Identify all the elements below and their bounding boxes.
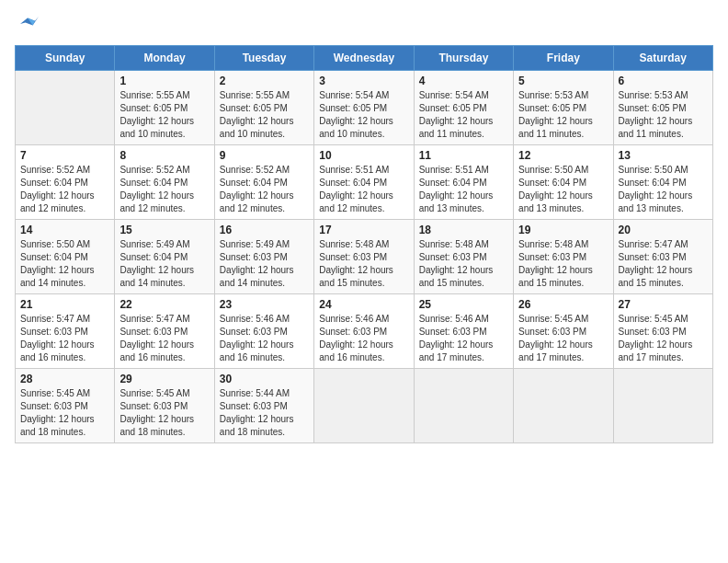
day-info: Sunrise: 5:52 AM Sunset: 6:04 PM Dayligh… (119, 164, 209, 215)
day-number: 26 (518, 298, 608, 311)
calendar-cell: 18Sunrise: 5:48 AM Sunset: 6:03 PM Dayli… (414, 219, 513, 293)
calendar-cell: 24Sunrise: 5:46 AM Sunset: 6:03 PM Dayli… (314, 293, 414, 368)
calendar-cell: 3Sunrise: 5:54 AM Sunset: 6:05 PM Daylig… (314, 70, 414, 144)
day-number: 25 (419, 298, 508, 311)
week-row-1: 1Sunrise: 5:55 AM Sunset: 6:05 PM Daylig… (16, 70, 713, 144)
day-info: Sunrise: 5:55 AM Sunset: 6:05 PM Dayligh… (220, 89, 309, 141)
day-number: 16 (220, 224, 309, 236)
calendar-cell: 12Sunrise: 5:50 AM Sunset: 6:04 PM Dayli… (514, 144, 613, 219)
logo-text (15, 15, 39, 38)
calendar-cell: 28Sunrise: 5:45 AM Sunset: 6:03 PM Dayli… (16, 368, 115, 442)
day-info: Sunrise: 5:54 AM Sunset: 6:05 PM Dayligh… (419, 89, 508, 141)
calendar-cell: 29Sunrise: 5:45 AM Sunset: 6:03 PM Dayli… (115, 368, 214, 442)
calendar-cell: 4Sunrise: 5:54 AM Sunset: 6:05 PM Daylig… (414, 70, 513, 144)
calendar-cell: 10Sunrise: 5:51 AM Sunset: 6:04 PM Dayli… (314, 144, 414, 219)
day-info: Sunrise: 5:48 AM Sunset: 6:03 PM Dayligh… (319, 238, 408, 290)
calendar-cell: 20Sunrise: 5:47 AM Sunset: 6:03 PM Dayli… (613, 219, 712, 293)
calendar-cell: 25Sunrise: 5:46 AM Sunset: 6:03 PM Dayli… (414, 293, 513, 368)
svg-marker-0 (20, 17, 39, 26)
calendar-cell: 9Sunrise: 5:52 AM Sunset: 6:04 PM Daylig… (214, 144, 313, 219)
calendar-cell: 7Sunrise: 5:52 AM Sunset: 6:04 PM Daylig… (16, 144, 115, 219)
calendar-cell (414, 368, 513, 442)
weekday-header-sunday: Sunday (16, 45, 115, 70)
day-info: Sunrise: 5:53 AM Sunset: 6:05 PM Dayligh… (518, 89, 608, 141)
day-info: Sunrise: 5:45 AM Sunset: 6:03 PM Dayligh… (119, 387, 209, 439)
calendar-cell: 30Sunrise: 5:44 AM Sunset: 6:03 PM Dayli… (214, 368, 313, 442)
day-number: 1 (119, 75, 209, 87)
calendar-cell: 13Sunrise: 5:50 AM Sunset: 6:04 PM Dayli… (613, 144, 712, 219)
day-info: Sunrise: 5:52 AM Sunset: 6:04 PM Dayligh… (220, 164, 309, 215)
week-row-5: 28Sunrise: 5:45 AM Sunset: 6:03 PM Dayli… (16, 368, 713, 442)
day-info: Sunrise: 5:50 AM Sunset: 6:04 PM Dayligh… (619, 164, 708, 215)
day-number: 23 (220, 298, 309, 311)
weekday-header-wednesday: Wednesday (314, 45, 414, 70)
calendar-cell: 8Sunrise: 5:52 AM Sunset: 6:04 PM Daylig… (115, 144, 214, 219)
header (15, 9, 713, 38)
weekday-header-tuesday: Tuesday (214, 45, 313, 70)
weekday-header-row: SundayMondayTuesdayWednesdayThursdayFrid… (16, 45, 713, 70)
day-number: 3 (319, 75, 408, 87)
calendar-cell (314, 368, 414, 442)
calendar-cell (514, 368, 613, 442)
day-info: Sunrise: 5:52 AM Sunset: 6:04 PM Dayligh… (20, 164, 109, 215)
day-info: Sunrise: 5:47 AM Sunset: 6:03 PM Dayligh… (619, 238, 708, 290)
day-number: 30 (220, 373, 309, 385)
day-info: Sunrise: 5:46 AM Sunset: 6:03 PM Dayligh… (220, 313, 309, 364)
day-number: 19 (518, 224, 608, 236)
day-info: Sunrise: 5:49 AM Sunset: 6:04 PM Dayligh… (119, 238, 209, 290)
calendar-cell: 19Sunrise: 5:48 AM Sunset: 6:03 PM Dayli… (514, 219, 613, 293)
calendar-cell: 6Sunrise: 5:53 AM Sunset: 6:05 PM Daylig… (613, 70, 712, 144)
calendar-cell: 17Sunrise: 5:48 AM Sunset: 6:03 PM Dayli… (314, 219, 414, 293)
day-info: Sunrise: 5:53 AM Sunset: 6:05 PM Dayligh… (619, 89, 708, 141)
week-row-3: 14Sunrise: 5:50 AM Sunset: 6:04 PM Dayli… (16, 219, 713, 293)
calendar-cell: 16Sunrise: 5:49 AM Sunset: 6:03 PM Dayli… (214, 219, 313, 293)
day-info: Sunrise: 5:48 AM Sunset: 6:03 PM Dayligh… (419, 238, 508, 290)
calendar-cell: 23Sunrise: 5:46 AM Sunset: 6:03 PM Dayli… (214, 293, 313, 368)
day-number: 28 (20, 373, 109, 385)
day-number: 5 (518, 75, 608, 87)
day-number: 27 (619, 298, 708, 311)
day-number: 29 (119, 373, 209, 385)
day-info: Sunrise: 5:55 AM Sunset: 6:05 PM Dayligh… (119, 89, 209, 141)
day-info: Sunrise: 5:48 AM Sunset: 6:03 PM Dayligh… (518, 238, 608, 290)
calendar-cell: 22Sunrise: 5:47 AM Sunset: 6:03 PM Dayli… (115, 293, 214, 368)
day-info: Sunrise: 5:47 AM Sunset: 6:03 PM Dayligh… (20, 313, 109, 364)
day-info: Sunrise: 5:49 AM Sunset: 6:03 PM Dayligh… (220, 238, 309, 290)
day-number: 12 (518, 149, 608, 162)
day-info: Sunrise: 5:45 AM Sunset: 6:03 PM Dayligh… (20, 387, 109, 439)
weekday-header-friday: Friday (514, 45, 613, 70)
calendar-cell (16, 70, 115, 144)
week-row-2: 7Sunrise: 5:52 AM Sunset: 6:04 PM Daylig… (16, 144, 713, 219)
logo-bird-icon (17, 15, 39, 33)
calendar-cell: 26Sunrise: 5:45 AM Sunset: 6:03 PM Dayli… (514, 293, 613, 368)
day-number: 24 (319, 298, 408, 311)
day-number: 22 (119, 298, 209, 311)
calendar-cell: 2Sunrise: 5:55 AM Sunset: 6:05 PM Daylig… (214, 70, 313, 144)
calendar-cell: 11Sunrise: 5:51 AM Sunset: 6:04 PM Dayli… (414, 144, 513, 219)
calendar-cell: 14Sunrise: 5:50 AM Sunset: 6:04 PM Dayli… (16, 219, 115, 293)
day-number: 11 (419, 149, 508, 162)
day-number: 10 (319, 149, 408, 162)
day-number: 20 (619, 224, 708, 236)
weekday-header-thursday: Thursday (414, 45, 513, 70)
calendar-cell (613, 368, 712, 442)
day-info: Sunrise: 5:50 AM Sunset: 6:04 PM Dayligh… (20, 238, 109, 290)
day-info: Sunrise: 5:50 AM Sunset: 6:04 PM Dayligh… (518, 164, 608, 215)
day-number: 17 (319, 224, 408, 236)
day-number: 15 (119, 224, 209, 236)
day-number: 18 (419, 224, 508, 236)
calendar-cell: 27Sunrise: 5:45 AM Sunset: 6:03 PM Dayli… (613, 293, 712, 368)
day-number: 2 (220, 75, 309, 87)
day-info: Sunrise: 5:45 AM Sunset: 6:03 PM Dayligh… (518, 313, 608, 364)
day-info: Sunrise: 5:51 AM Sunset: 6:04 PM Dayligh… (319, 164, 408, 215)
calendar-table: SundayMondayTuesdayWednesdayThursdayFrid… (15, 45, 713, 443)
logo (15, 15, 39, 38)
day-info: Sunrise: 5:44 AM Sunset: 6:03 PM Dayligh… (220, 387, 309, 439)
weekday-header-saturday: Saturday (613, 45, 712, 70)
day-info: Sunrise: 5:51 AM Sunset: 6:04 PM Dayligh… (419, 164, 508, 215)
weekday-header-monday: Monday (115, 45, 214, 70)
calendar-cell: 1Sunrise: 5:55 AM Sunset: 6:05 PM Daylig… (115, 70, 214, 144)
day-info: Sunrise: 5:46 AM Sunset: 6:03 PM Dayligh… (319, 313, 408, 364)
calendar-cell: 21Sunrise: 5:47 AM Sunset: 6:03 PM Dayli… (16, 293, 115, 368)
day-number: 13 (619, 149, 708, 162)
